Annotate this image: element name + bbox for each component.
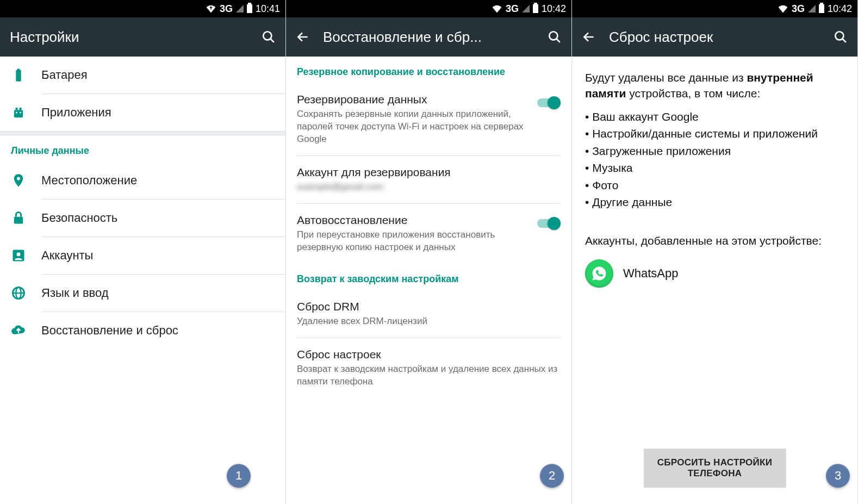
settings-label: Приложения — [41, 105, 111, 120]
pref-sub: example@gmail.com — [297, 181, 561, 194]
screen-backup-reset: 3G 10:42 Восстановление и сбр... Резервн… — [286, 0, 572, 504]
cell-signal-icon — [522, 5, 530, 13]
svg-point-8 — [20, 111, 21, 113]
wifi-icon — [778, 4, 788, 13]
pref-autorestore[interactable]: Автовосстановление При переустановке при… — [286, 204, 571, 264]
cell-signal-icon — [808, 5, 816, 13]
pref-title: Аккаунт для резервирования — [297, 166, 561, 179]
appbar: Настройки — [0, 17, 285, 57]
svg-line-19 — [842, 39, 846, 42]
settings-item-language[interactable]: Язык и ввод — [0, 275, 285, 312]
account-icon — [11, 248, 26, 263]
pref-factory-reset[interactable]: Сброс настроек Возврат к заводским настр… — [286, 338, 571, 398]
back-icon[interactable] — [296, 30, 310, 44]
pref-sub: Сохранять резервные копии данных приложе… — [297, 108, 527, 146]
backup-reset-list: Резервное копирование и восстановление Р… — [286, 57, 571, 504]
bullet-item: Другие данные — [585, 194, 844, 211]
settings-label: Местоположение — [41, 173, 137, 188]
pref-sub: При переустановке приложения восстановит… — [297, 229, 527, 254]
bullet-item: Настройки/данные системы и приложений — [585, 125, 844, 142]
screen-settings: 3G 10:41 Настройки Батарея Приложения Ли… — [0, 0, 286, 504]
clock-label: 10:42 — [828, 3, 852, 15]
svg-point-16 — [549, 32, 557, 40]
search-icon[interactable] — [834, 30, 848, 44]
settings-item-apps[interactable]: Приложения — [0, 94, 285, 131]
page-title: Настройки — [10, 29, 248, 46]
svg-point-6 — [19, 108, 22, 110]
reset-phone-button[interactable]: СБРОСИТЬ НАСТРОЙКИ ТЕЛЕФОНА — [643, 449, 786, 488]
settings-list: Батарея Приложения Личные данные Местопо… — [0, 57, 285, 504]
back-icon[interactable] — [582, 30, 596, 44]
network-label: 3G — [792, 3, 805, 15]
pref-backup-data[interactable]: Резервирование данных Сохранять резервны… — [286, 83, 571, 155]
toggle-backup-data[interactable] — [536, 96, 561, 109]
statusbar: 3G 10:41 — [0, 0, 285, 17]
bullet-item: Музыка — [585, 159, 844, 177]
battery-icon — [11, 67, 26, 83]
cell-signal-icon — [236, 5, 244, 13]
lock-icon — [11, 210, 26, 226]
svg-point-5 — [15, 108, 18, 110]
svg-point-9 — [17, 177, 20, 181]
section-header-personal: Личные данные — [0, 135, 285, 162]
clock-label: 10:41 — [256, 3, 280, 15]
pref-title: Сброс настроек — [297, 348, 561, 361]
section-factory: Возврат к заводским настройкам — [286, 264, 571, 290]
battery-icon — [819, 4, 824, 13]
screen-factory-reset: 3G 10:42 Сброс настроек Будут удалены вс… — [572, 0, 858, 504]
statusbar: 3G 10:42 — [572, 0, 857, 17]
statusbar: 3G 10:42 — [286, 0, 571, 17]
account-name: WhatsApp — [623, 266, 679, 281]
whatsapp-icon — [585, 259, 613, 288]
step-badge-3: 3 — [826, 464, 850, 488]
battery-icon — [247, 4, 252, 13]
settings-item-battery[interactable]: Батарея — [0, 57, 285, 94]
page-title: Восстановление и сбр... — [323, 29, 534, 46]
globe-icon — [11, 285, 26, 301]
settings-item-location[interactable]: Местоположение — [0, 162, 285, 199]
pref-title: Сброс DRM — [297, 300, 561, 313]
cloud-upload-icon — [11, 323, 26, 338]
svg-point-7 — [16, 111, 17, 113]
settings-label: Аккаунты — [41, 248, 93, 263]
page-title: Сброс настроек — [609, 29, 820, 46]
settings-item-security[interactable]: Безопасность — [0, 200, 285, 237]
settings-item-backup-reset[interactable]: Восстановление и сброс — [0, 312, 285, 349]
step-badge-1: 1 — [227, 464, 251, 488]
settings-item-accounts[interactable]: Аккаунты — [0, 237, 285, 274]
reset-info: Будут удалены все данные из внутренней п… — [572, 57, 857, 504]
svg-rect-4 — [14, 110, 23, 117]
svg-point-0 — [263, 32, 271, 40]
wifi-icon — [492, 4, 502, 13]
wifi-icon — [206, 4, 216, 13]
section-divider — [0, 131, 285, 135]
svg-rect-2 — [16, 70, 21, 82]
bullet-item: Фото — [585, 177, 844, 194]
svg-rect-3 — [17, 69, 20, 70]
pref-title: Автовосстановление — [297, 214, 527, 227]
account-row-whatsapp[interactable]: WhatsApp — [572, 255, 857, 292]
bullet-item: Ваш аккаунт Google — [585, 108, 844, 126]
apps-icon — [11, 105, 26, 120]
bullet-item: Загруженные приложения — [585, 142, 844, 160]
svg-point-12 — [17, 252, 21, 256]
accounts-label: Аккаунты, добавленные на этом устройстве… — [572, 213, 857, 255]
svg-rect-10 — [14, 217, 23, 224]
network-label: 3G — [506, 3, 519, 15]
pref-sub: Возврат к заводским настройкам и удалени… — [297, 363, 561, 388]
svg-line-17 — [556, 39, 560, 42]
appbar: Сброс настроек — [572, 17, 857, 57]
pref-backup-account[interactable]: Аккаунт для резервирования example@gmail… — [286, 156, 571, 203]
search-icon[interactable] — [262, 30, 276, 44]
settings-label: Батарея — [41, 68, 88, 82]
svg-point-18 — [835, 32, 843, 40]
toggle-autorestore[interactable] — [536, 217, 561, 230]
svg-line-1 — [270, 39, 274, 42]
location-icon — [11, 173, 26, 188]
search-icon[interactable] — [548, 30, 562, 44]
appbar: Восстановление и сбр... — [286, 17, 571, 57]
reset-bullet-list: Ваш аккаунт Google Настройки/данные сист… — [572, 106, 857, 213]
pref-drm-reset[interactable]: Сброс DRM Удаление всех DRM-лицензий — [286, 290, 571, 338]
settings-label: Восстановление и сброс — [41, 323, 178, 338]
step-badge-2: 2 — [540, 464, 564, 488]
